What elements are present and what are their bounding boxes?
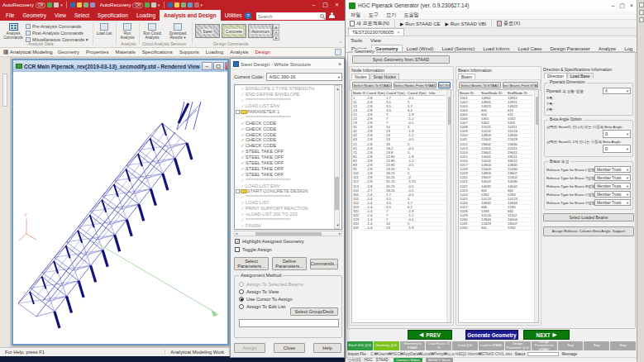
menu-item[interactable]: 도움말 xyxy=(403,12,419,19)
maximize-button[interactable]: ▢ xyxy=(320,1,331,9)
help-icon[interactable]: ? xyxy=(245,12,251,19)
generate-geometry-button[interactable]: Generate Geometry xyxy=(465,330,518,340)
ribbon-tab[interactable]: Specification xyxy=(93,10,132,21)
beta-angle-select[interactable]: 0▾ xyxy=(603,130,631,138)
command-item[interactable]: ✓ STEEL TAKE OFF xyxy=(236,171,335,177)
select-nodes-to-staad-button[interactable]: Select Nodes To STAAD xyxy=(352,82,392,88)
assignment-radio[interactable]: Assign To View xyxy=(239,289,341,294)
assignment-radio[interactable]: Use Cursor To Assign xyxy=(239,297,341,302)
radio-icon[interactable] xyxy=(239,304,244,309)
menu-item[interactable]: 보기 xyxy=(386,12,396,19)
release-type-select[interactable]: Member Truss▾ xyxy=(594,183,631,189)
radio-icon[interactable] xyxy=(239,289,244,294)
node-tab[interactable]: Nodes xyxy=(351,74,370,79)
command-item[interactable]: ✓ ENVELOPE 2 TYPE STRENGTH xyxy=(236,86,335,92)
close-tab-icon[interactable]: × xyxy=(397,30,399,35)
direction-select[interactable]: X▾ xyxy=(603,88,631,94)
command-item[interactable]: ✓ +LOAD LIST 201 TO 223 xyxy=(236,212,335,217)
scroll-thumb[interactable] xyxy=(255,232,322,236)
autorecovery-toggle[interactable]: Off xyxy=(132,2,143,8)
command-item[interactable]: ✓ STEEL TAKE OFF xyxy=(236,149,335,155)
step-button[interactable]: Design Parameter to STAAD xyxy=(532,341,557,350)
globe-icon[interactable] xyxy=(188,2,193,7)
ribbon-tab[interactable]: Utilities xyxy=(221,10,246,21)
chevron-down-icon[interactable]: ▾ xyxy=(60,2,63,7)
dialog-titlebar[interactable]: Steel Design - Whole Structure × xyxy=(231,59,344,69)
step-button[interactable]: Geometry 로딩 xyxy=(374,341,399,350)
hgc-titlebar[interactable]: HGC Piperack Generator (ver. 0.9.230627.… xyxy=(346,0,637,11)
release-type-select[interactable]: Member Truss▾ xyxy=(594,166,631,173)
command-item[interactable]: ✓ LOAD LIST ENV xyxy=(236,183,335,188)
minimize-button[interactable]: – xyxy=(202,62,212,70)
beam-tab[interactable]: Beam xyxy=(458,74,475,79)
command-item[interactable]: ✓ ************************* xyxy=(236,98,335,103)
checkbox-icon[interactable] xyxy=(235,247,240,252)
flag-icon[interactable] xyxy=(194,2,199,7)
command-item[interactable]: ✓ LOAD LIST xyxy=(236,200,335,206)
command-item[interactable]: ✓ START CONCRETE DESIGN xyxy=(236,188,335,194)
minimize-button[interactable]: – xyxy=(611,2,614,9)
run-staad-ce-button[interactable]: ▶Run STAAD CE xyxy=(400,21,440,26)
scroll-down-icon[interactable]: ▼ xyxy=(273,30,279,35)
run-staad-vbi-button[interactable]: ▶Run STAAD VBI xyxy=(445,21,486,26)
step-button[interactable]: Load 로딩 xyxy=(452,341,478,350)
workflow-item[interactable]: Properties xyxy=(86,50,108,55)
sync-geometry-button[interactable]: Sync Geometry from STAAD xyxy=(352,55,450,64)
step-button[interactable]: Design Parameter 로딩 xyxy=(505,341,531,350)
select-beams-to-staad-button[interactable]: Select Beams To STAAD xyxy=(459,82,501,88)
tree-vscrollbar[interactable]: ▲ ▼ xyxy=(334,85,340,229)
command-item[interactable]: ✓ ************************* xyxy=(236,217,335,222)
release-type-select[interactable]: Member Truss▾ xyxy=(594,191,631,198)
command-item[interactable]: ✓ CHECK CODE xyxy=(236,143,335,149)
command-item[interactable]: ✓ END DEFINE ENVELOPE xyxy=(236,92,335,98)
search-box[interactable] xyxy=(256,12,326,20)
design-aluminum-button[interactable]: Aluminum xyxy=(248,24,273,38)
workflow-item[interactable]: Specifications xyxy=(142,50,173,55)
ribbon-tab[interactable]: Geometry xyxy=(18,10,50,21)
panel-icon[interactable] xyxy=(639,2,644,7)
edit-list-input[interactable] xyxy=(239,319,339,327)
release-type-select[interactable]: Member Truss▾ xyxy=(594,199,631,206)
open-folder-icon[interactable] xyxy=(77,2,82,7)
step-button[interactable]: Step xyxy=(584,341,609,350)
beam-table[interactable]: Beam ID StartNode ID EndNode ID 1001 149… xyxy=(458,89,539,323)
design-scroll-buttons[interactable]: ▲ ▼ ⚑ xyxy=(273,24,279,40)
scroll-up-icon[interactable]: ▲ xyxy=(273,24,279,29)
close-icon[interactable]: × xyxy=(338,61,341,67)
autorecovery-toggle[interactable]: Off xyxy=(36,2,46,8)
node-table-scrollbar[interactable] xyxy=(446,90,451,322)
more-designs-icon[interactable]: ⚑ xyxy=(273,36,279,40)
run-analysis-button[interactable]: Run Analysis xyxy=(117,22,137,43)
node-row[interactable]: 341 -1.4 13 -1.9 xyxy=(352,226,446,231)
help-button[interactable]: Help xyxy=(313,343,341,353)
panel-handle[interactable] xyxy=(2,74,7,107)
scroll-left-icon[interactable]: ◂ xyxy=(236,231,237,236)
sync-icon[interactable] xyxy=(83,2,88,7)
command-item[interactable]: ✓ ************************* xyxy=(236,177,335,183)
scroll-right-icon[interactable]: ▸ xyxy=(339,231,341,236)
workflow-item[interactable]: Supports xyxy=(179,50,199,55)
select-parameters-button[interactable]: Select Parameters... xyxy=(234,257,269,270)
ribbon-small-button[interactable]: Post-Analysis Commands xyxy=(26,30,88,36)
settings-icon[interactable] xyxy=(90,2,95,7)
command-item[interactable]: ✓ STEEL TAKE OFF xyxy=(236,160,335,166)
scroll-up-icon[interactable]: ▲ xyxy=(335,86,341,92)
beta-angle-select[interactable]: 0▾ xyxy=(603,145,631,153)
assignment-radio[interactable]: Assign To Selected Beams xyxy=(239,282,341,287)
submenu-item[interactable]: View xyxy=(370,38,381,43)
maximize-button[interactable]: ▢ xyxy=(619,2,625,9)
step-button[interactable]: Geometry to STAAD xyxy=(400,341,426,350)
load-list-button[interactable]: Load List xyxy=(94,22,114,43)
beam-table-scrollbar[interactable] xyxy=(534,90,538,322)
assign-button[interactable]: Assign xyxy=(234,343,265,353)
search-input[interactable] xyxy=(258,14,316,19)
command-item[interactable]: ✓ CHECK CODE xyxy=(236,126,335,131)
highlight-assigned-checkbox[interactable]: ✓ Highlight Assigned Geometry xyxy=(235,239,304,244)
command-item[interactable]: ✓ ************************* xyxy=(236,194,335,200)
beam-row[interactable]: 1032 661 5332 xyxy=(459,226,533,231)
submenu-item[interactable]: Tools xyxy=(351,38,362,43)
close-button[interactable]: Close xyxy=(274,343,305,353)
workflow-item[interactable]: Geometry xyxy=(58,50,79,55)
chevron-down-icon[interactable]: ▾ xyxy=(158,2,160,7)
design-steel-button[interactable]: Steel xyxy=(195,24,220,38)
